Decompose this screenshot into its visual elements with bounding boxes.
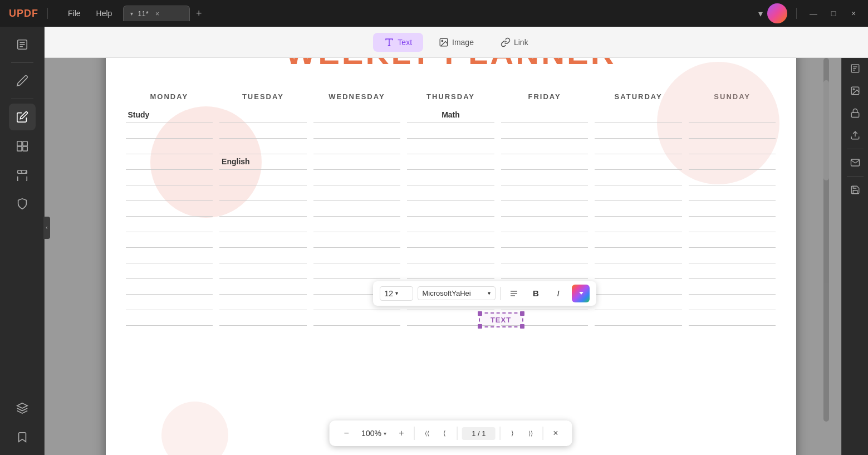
zoom-out-button[interactable]: − (338, 425, 355, 442)
sidebar-collapse-handle[interactable]: ‹ (43, 217, 50, 239)
day-line (689, 107, 776, 123)
maximize-button[interactable]: □ (826, 6, 841, 21)
svg-rect-5 (22, 141, 27, 146)
day-line (313, 310, 401, 326)
image-tool-button[interactable]: Image (428, 33, 485, 52)
editing-toolbar: Text Image Link (45, 27, 868, 58)
day-line (595, 279, 682, 295)
day-line (407, 139, 494, 154)
menu-file[interactable]: File (61, 7, 87, 20)
day-line: English (219, 154, 307, 170)
font-size-selector[interactable]: 12 ▾ (380, 286, 413, 301)
day-line (595, 154, 682, 170)
day-line (689, 170, 776, 185)
day-line (689, 185, 776, 201)
day-line (595, 232, 682, 248)
sidebar-protect-icon[interactable] (9, 190, 36, 217)
day-line (689, 123, 776, 139)
day-line (126, 170, 213, 185)
tab-current[interactable]: ▾ 11* × (123, 6, 190, 21)
sidebar-organize-icon[interactable] (9, 133, 36, 159)
page-last-button[interactable]: ⟩⟩ (523, 425, 538, 441)
day-column-tuesday: TUESDAY English (216, 88, 310, 326)
italic-button[interactable]: I (550, 285, 567, 302)
scrollbar-track[interactable] (823, 58, 829, 422)
day-line (595, 170, 682, 185)
tab-close-icon[interactable]: × (155, 10, 159, 18)
day-line (689, 217, 776, 232)
title-bar: UPDF File Help ▾ 11* × + ▾ — □ × (0, 0, 868, 27)
page-first-button[interactable]: ⟨⟨ (419, 425, 435, 441)
day-line (689, 310, 776, 326)
zoom-selector[interactable]: 100% ▾ (357, 429, 391, 438)
sidebar-annotate-icon[interactable] (9, 67, 36, 94)
link-tool-button[interactable]: Link (489, 33, 540, 52)
planner-content: WEEKLY PLANNER MONDAY Study (106, 58, 796, 455)
close-button[interactable]: × (846, 6, 861, 21)
day-header-monday: MONDAY (122, 88, 217, 105)
right-email-icon[interactable] (845, 153, 865, 173)
page-next-button[interactable]: ⟩ (505, 425, 521, 441)
minimize-button[interactable]: — (806, 6, 821, 21)
bold-button[interactable]: B (527, 285, 545, 302)
app-logo: UPDF (0, 8, 61, 19)
right-share-icon[interactable] (845, 125, 865, 145)
title-bar-right: ▾ — □ × (758, 3, 868, 23)
text-tool-button[interactable]: Text (373, 33, 423, 52)
chevron-down-icon[interactable]: ▾ (758, 8, 763, 19)
text-format-toolbar: 12 ▾ MicrosoftYaHei ▾ B (373, 281, 596, 306)
svg-rect-7 (22, 146, 27, 151)
day-line (689, 279, 776, 295)
day-line (313, 263, 401, 279)
toolbar-close-button[interactable]: × (548, 425, 563, 441)
align-button[interactable] (505, 285, 523, 302)
day-line (501, 201, 589, 217)
resize-handle-bl[interactable] (478, 324, 482, 329)
day-line (689, 263, 776, 279)
right-image-extract-icon[interactable] (845, 81, 865, 101)
pdf-document: WEEKLY PLANNER MONDAY Study (106, 58, 796, 455)
day-line (219, 201, 307, 217)
color-picker-button[interactable] (572, 285, 590, 302)
new-tab-button[interactable]: + (191, 6, 207, 21)
right-ocr-icon[interactable] (845, 58, 865, 79)
menu-help[interactable]: Help (90, 7, 119, 20)
day-line (126, 310, 213, 326)
scrollbar-thumb[interactable] (823, 80, 829, 180)
user-avatar[interactable] (767, 3, 787, 23)
zoom-in-button[interactable]: + (393, 425, 410, 442)
sidebar-read-icon[interactable] (9, 31, 36, 58)
bg-decoration-bottom (161, 402, 228, 456)
right-save-icon[interactable] (845, 180, 865, 200)
day-line (313, 123, 401, 139)
day-header-tuesday: TUESDAY (216, 88, 310, 105)
day-line (313, 248, 401, 263)
toolbar-separator (500, 287, 501, 300)
resize-handle-tl[interactable] (478, 311, 482, 316)
day-line (219, 185, 307, 201)
sidebar-bookmark-icon[interactable] (9, 424, 36, 451)
right-lock-icon[interactable] (845, 103, 865, 123)
resize-handle-tr[interactable] (520, 311, 524, 316)
text-edit-container (407, 170, 494, 185)
day-line (126, 139, 213, 154)
day-lines-saturday (591, 107, 685, 326)
day-line (219, 263, 307, 279)
color-chevron-icon (579, 292, 583, 295)
day-line (126, 232, 213, 248)
sidebar-convert-icon[interactable] (9, 162, 36, 188)
sidebar-layers-icon[interactable] (9, 395, 36, 422)
resize-handle-br[interactable] (520, 324, 524, 329)
day-line (126, 185, 213, 201)
svg-point-23 (853, 89, 854, 90)
day-line (595, 201, 682, 217)
day-line (501, 170, 589, 185)
day-line (126, 248, 213, 263)
text-input-box[interactable]: TEXT (479, 312, 523, 327)
day-line (595, 123, 682, 139)
font-family-selector[interactable]: MicrosoftYaHei ▾ (418, 286, 496, 300)
italic-label: I (557, 288, 559, 298)
day-line (501, 217, 589, 232)
sidebar-edit-icon[interactable] (9, 104, 36, 130)
page-prev-button[interactable]: ⟨ (437, 425, 453, 441)
